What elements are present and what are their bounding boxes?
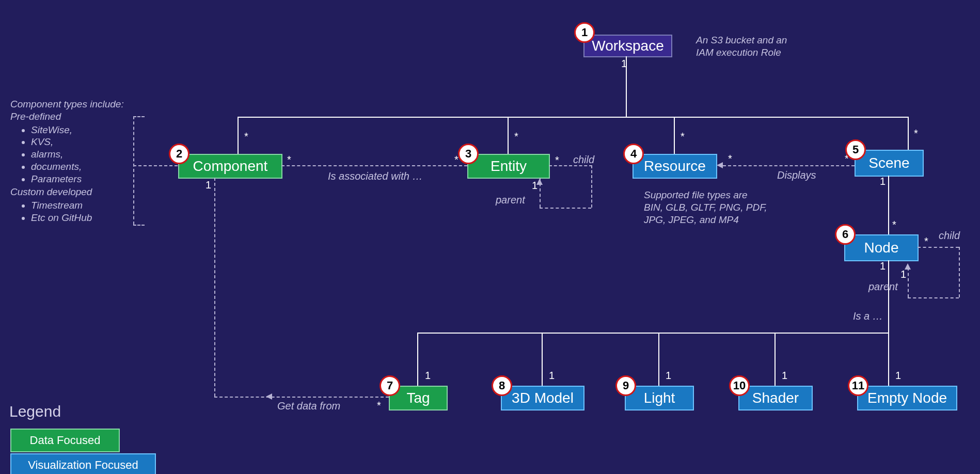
legend-viz-focused: Visualization Focused (10, 453, 156, 474)
workspace-label: Workspace (592, 38, 664, 54)
note-resource: Supported file types are BIN, GLB, GLTF,… (644, 189, 767, 226)
card-resource-star: * (681, 131, 685, 143)
tag-label: Tag (406, 390, 430, 406)
conn-to-scene (908, 117, 909, 150)
conn-node-down (888, 260, 889, 333)
legend-data-focused: Data Focused (10, 429, 120, 452)
node-node: Node (844, 234, 919, 261)
conn-scene-resource (723, 165, 855, 166)
resource-label: Resource (644, 158, 706, 175)
badge-resource: 4 (623, 144, 644, 164)
card-workspace-1: 1 (621, 58, 627, 70)
badge-component: 2 (169, 144, 189, 164)
arrow-getdata-icon (266, 393, 272, 400)
conn-bottom-bus (417, 333, 889, 334)
card-tag-1: 1 (425, 370, 431, 382)
card-scene-star: * (914, 128, 918, 139)
card-scene-bottom-1: 1 (880, 176, 886, 187)
card-assoc-left-star: * (287, 154, 291, 166)
entity-self-bot (540, 208, 591, 209)
note-component: Component types include: Pre-defined Sit… (10, 98, 145, 225)
card-entity-self-star: * (555, 154, 559, 166)
badge-emptynode: 11 (848, 375, 868, 396)
conn-to-tag (417, 333, 418, 386)
legend-title: Legend (9, 403, 61, 420)
card-shader-1: 1 (782, 370, 787, 382)
entity-label: Entity (491, 158, 527, 175)
scene-label: Scene (868, 155, 909, 171)
resource-node: Resource (633, 154, 717, 179)
card-component-star: * (244, 131, 248, 143)
badge-node: 6 (835, 224, 856, 245)
node-self-top (918, 247, 959, 248)
conn-to-emptynode (888, 333, 889, 386)
node-self-right (959, 247, 960, 297)
label-is-a: Is a … (853, 310, 883, 322)
conn-top-bus (238, 117, 909, 118)
conn-to-shader (774, 333, 776, 386)
shader-node: Shader (738, 386, 813, 410)
component-node: Component (178, 154, 282, 179)
conn-to-model3d (542, 333, 543, 386)
card-component-1: 1 (206, 179, 211, 191)
card-model3d-1: 1 (549, 370, 555, 382)
label-entity-parent: parent (496, 194, 525, 206)
badge-workspace: 1 (574, 22, 595, 43)
model3d-label: 3D Model (512, 390, 574, 406)
badge-tag: 7 (380, 375, 400, 396)
card-entity-star: * (514, 131, 518, 143)
label-is-associated: Is associated with … (328, 170, 422, 182)
conn-component-tag-v (214, 178, 215, 397)
card-node-self-star: * (924, 235, 928, 247)
label-node-parent: parent (868, 281, 898, 293)
card-node-bottom-1: 1 (880, 260, 886, 272)
emptynode-node: Empty Node (857, 386, 957, 410)
entity-self-right (591, 165, 592, 208)
card-entity-self-1: 1 (532, 180, 538, 192)
component-label: Component (193, 158, 268, 175)
conn-component-entity (281, 165, 467, 166)
badge-model3d: 8 (492, 375, 512, 396)
conn-component-tag-h (214, 397, 389, 398)
badge-shader: 10 (729, 375, 750, 396)
label-get-data-from: Get data from (277, 400, 340, 412)
badge-scene: 5 (845, 139, 866, 160)
workspace-node: Workspace (583, 35, 672, 57)
conn-scene-node (888, 176, 889, 234)
light-label: Light (644, 390, 675, 406)
card-light-1: 1 (666, 370, 671, 382)
label-node-child: child (939, 230, 960, 242)
node-label: Node (864, 240, 899, 256)
model3d-node: 3D Model (501, 386, 584, 410)
card-displays-left-star: * (728, 153, 732, 165)
node-self-left (908, 267, 909, 297)
node-self-bot (908, 297, 959, 298)
arrow-displays-icon (717, 162, 723, 168)
badge-light: 9 (615, 375, 636, 396)
card-node-self-1: 1 (900, 268, 906, 280)
conn-to-resource (674, 117, 675, 154)
conn-to-light (658, 333, 659, 386)
conn-to-component (238, 117, 239, 154)
emptynode-label: Empty Node (867, 390, 947, 406)
shader-label: Shader (752, 390, 799, 406)
note-workspace: An S3 bucket and an IAM execution Role (696, 34, 787, 59)
card-node-top-star: * (892, 219, 896, 231)
badge-entity: 3 (458, 144, 479, 164)
label-displays: Displays (777, 169, 816, 181)
card-getdata-star: * (377, 400, 381, 412)
card-emptynode-1: 1 (895, 370, 901, 382)
entity-node: Entity (467, 154, 550, 179)
conn-to-entity (508, 117, 509, 154)
label-entity-child: child (573, 154, 594, 166)
